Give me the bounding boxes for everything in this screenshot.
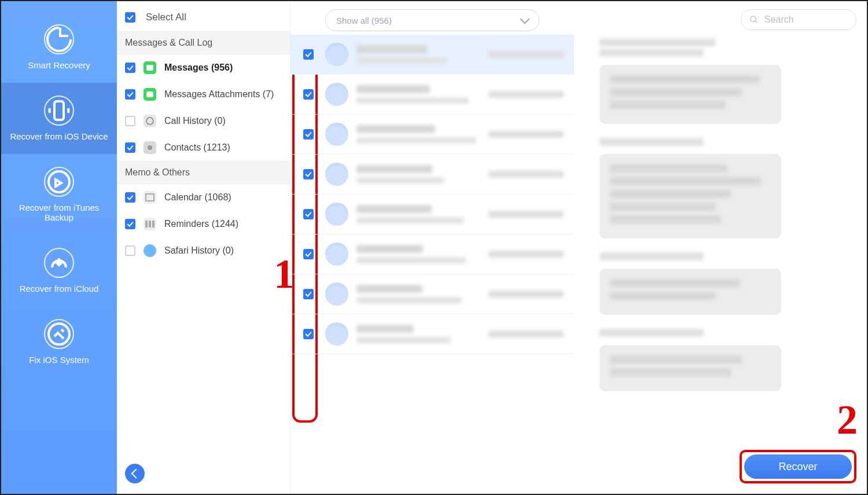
row-text-blur xyxy=(356,325,480,343)
row-checkbox[interactable] xyxy=(303,249,314,259)
nav-item-3[interactable]: Recover from iCloud xyxy=(1,235,117,306)
svg-rect-0 xyxy=(54,101,64,120)
rem-icon xyxy=(144,218,156,230)
category-item[interactable]: Messages Attachments (7) xyxy=(117,81,290,108)
row-text-blur xyxy=(356,45,480,64)
avatar-icon xyxy=(325,43,348,66)
message-row[interactable] xyxy=(290,75,574,115)
category-item[interactable]: Safari History (0) xyxy=(117,237,290,264)
select-all-checkbox[interactable] xyxy=(125,12,135,23)
row-checkbox[interactable] xyxy=(303,89,314,100)
row-checkbox[interactable] xyxy=(303,329,314,339)
avatar-icon xyxy=(325,123,348,146)
message-row[interactable] xyxy=(290,234,574,274)
row-meta-blur xyxy=(488,211,564,218)
row-text-blur xyxy=(356,125,480,144)
message-row[interactable] xyxy=(290,314,574,354)
category-checkbox[interactable] xyxy=(125,192,135,203)
row-meta-blur xyxy=(488,51,564,58)
row-meta-blur xyxy=(488,251,564,258)
svg-line-4 xyxy=(755,21,757,23)
row-checkbox[interactable] xyxy=(303,169,314,179)
category-group-header: Memo & Others xyxy=(117,161,290,184)
category-checkbox[interactable] xyxy=(125,142,135,153)
category-checkbox[interactable] xyxy=(125,116,135,126)
timestamp-blur xyxy=(599,252,704,261)
nav-icon xyxy=(44,167,74,197)
category-group-header: Messages & Call Log xyxy=(117,31,290,54)
nav-item-1[interactable]: Recover from iOS Device xyxy=(1,83,117,154)
timestamp-blur xyxy=(599,138,704,146)
nav-item-4[interactable]: Fix iOS System xyxy=(1,306,117,377)
avatar-icon xyxy=(325,283,348,306)
thread-header-blur xyxy=(599,38,715,46)
select-all-label: Select All xyxy=(146,12,186,23)
row-meta-blur xyxy=(488,131,564,138)
message-bubble xyxy=(599,65,781,124)
svg-point-3 xyxy=(751,16,756,21)
message-row[interactable] xyxy=(290,274,574,314)
row-meta-blur xyxy=(488,171,564,178)
row-text-blur xyxy=(356,85,480,104)
row-meta-blur xyxy=(488,331,564,338)
message-row[interactable] xyxy=(290,155,574,195)
nav-item-2[interactable]: Recover from iTunes Backup xyxy=(1,154,117,235)
category-item[interactable]: Reminders (1244) xyxy=(117,211,290,237)
nav-label: Smart Recovery xyxy=(5,60,113,70)
message-row[interactable] xyxy=(290,35,574,75)
row-text-blur xyxy=(356,165,480,184)
category-checkbox[interactable] xyxy=(125,89,135,100)
category-label: Calendar (1068) xyxy=(164,192,231,203)
filter-label: Show all (956) xyxy=(336,16,392,25)
att-icon xyxy=(144,88,156,101)
back-button[interactable] xyxy=(125,464,145,483)
avatar-icon xyxy=(325,322,348,346)
saf-icon xyxy=(144,244,156,257)
category-label: Reminders (1244) xyxy=(164,219,238,229)
message-bubble xyxy=(599,154,781,239)
row-meta-blur xyxy=(488,91,564,98)
cal-icon xyxy=(144,191,156,204)
category-checkbox[interactable] xyxy=(125,219,135,229)
nav-icon xyxy=(44,319,74,349)
category-label: Safari History (0) xyxy=(164,245,234,256)
search-input[interactable]: Search xyxy=(741,9,856,30)
category-item[interactable]: Call History (0) xyxy=(117,108,290,134)
category-label: Contacts (1213) xyxy=(164,142,230,153)
nav-item-0[interactable]: Smart Recovery xyxy=(1,12,117,83)
message-bubble xyxy=(599,269,781,315)
row-checkbox[interactable] xyxy=(303,209,314,219)
row-checkbox[interactable] xyxy=(303,49,314,60)
message-bubble xyxy=(599,345,781,391)
row-checkbox[interactable] xyxy=(303,289,314,299)
row-meta-blur xyxy=(488,291,564,298)
chevron-down-icon xyxy=(520,14,530,24)
nav-label: Fix iOS System xyxy=(5,355,113,365)
row-text-blur xyxy=(356,285,480,303)
avatar-icon xyxy=(325,203,348,226)
con-icon xyxy=(144,141,156,154)
recover-button[interactable]: Recover xyxy=(744,454,852,479)
avatar-icon xyxy=(325,243,348,266)
row-checkbox[interactable] xyxy=(303,129,314,140)
nav-label: Recover from iOS Device xyxy=(5,131,113,141)
annotation-2-label: 2 xyxy=(837,396,858,444)
message-row[interactable] xyxy=(290,115,574,155)
avatar-icon xyxy=(325,163,348,186)
message-row[interactable] xyxy=(290,195,574,234)
row-text-blur xyxy=(356,245,480,263)
category-label: Messages (956) xyxy=(164,63,233,73)
filter-dropdown[interactable]: Show all (956) xyxy=(325,9,539,31)
category-checkbox[interactable] xyxy=(125,245,135,256)
category-item[interactable]: Calendar (1068) xyxy=(117,184,290,211)
category-checkbox[interactable] xyxy=(125,63,135,73)
category-label: Messages Attachments (7) xyxy=(164,89,274,100)
nav-label: Recover from iTunes Backup xyxy=(5,203,113,222)
nav-icon xyxy=(44,248,74,278)
category-item[interactable]: Messages (956) xyxy=(117,54,290,81)
category-sidebar: Select All Messages & Call LogMessages (… xyxy=(117,1,290,494)
message-list-pane: Show all (956) xyxy=(290,1,574,494)
timestamp-blur xyxy=(599,49,704,57)
category-item[interactable]: Contacts (1213) xyxy=(117,134,290,161)
avatar-icon xyxy=(325,83,348,106)
